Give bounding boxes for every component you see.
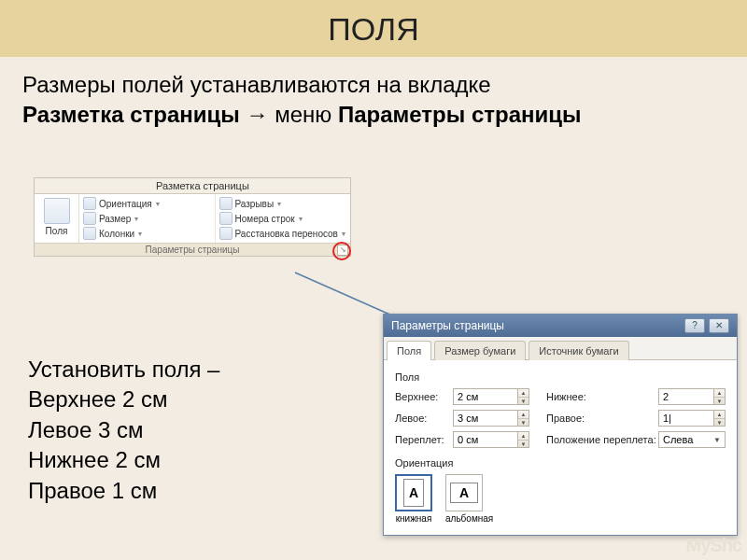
landscape-thumb: A [445, 474, 483, 511]
instr-line: Верхнее 2 см [28, 385, 219, 414]
orientation-icon [83, 197, 96, 210]
orientation-group-label: Ориентация [395, 457, 726, 469]
size-label: Размер [99, 214, 131, 224]
instr-line: Левое 3 см [28, 415, 219, 445]
chevron-down-icon: ▼ [713, 436, 721, 444]
left-label: Левое: [395, 413, 453, 424]
left-spinner[interactable]: ▲▼ [518, 410, 529, 427]
landscape-label: альбомная [445, 513, 493, 524]
left-field[interactable]: 3 см [453, 410, 518, 427]
page-setup-dialog: Параметры страницы ? ✕ Поля Размер бумаг… [383, 314, 738, 536]
columns-button[interactable]: Колонки▾ [83, 226, 211, 241]
margins-button[interactable]: Поля [35, 194, 79, 243]
portrait-label: книжная [395, 513, 432, 524]
breaks-icon [219, 197, 233, 210]
instr-line: Правое 1 см [28, 476, 219, 506]
bottom-label: Нижнее: [529, 391, 658, 402]
intro-line1: Размеры полей устанавливаются на вкладке [22, 72, 491, 97]
intro-tab-name: Разметка страницы [22, 102, 240, 127]
margins-icon [44, 198, 70, 224]
gutter-field[interactable]: 0 см [453, 431, 518, 448]
chevron-down-icon: ▾ [342, 230, 345, 238]
hyphenation-icon [219, 227, 233, 240]
instructions-text: Установить поля – Верхнее 2 см Левое 3 с… [28, 355, 219, 506]
highlight-circle [332, 242, 351, 260]
right-label: Правое: [529, 413, 658, 424]
dialog-titlebar: Параметры страницы ? ✕ [384, 315, 737, 337]
intro-menu-word: меню [275, 102, 338, 127]
size-icon [83, 212, 96, 225]
orientation-portrait[interactable]: A книжная [395, 474, 432, 524]
orientation-label: Ориентация [99, 199, 152, 209]
hyphenation-button[interactable]: Расстановка переносов▾ [219, 226, 347, 241]
intro-menu-name: Параметры страницы [338, 102, 582, 127]
top-spinner[interactable]: ▲▼ [518, 388, 529, 405]
size-button[interactable]: Размер▾ [83, 211, 211, 226]
tab-paper-size[interactable]: Размер бумаги [434, 341, 526, 360]
portrait-thumb: A [395, 474, 432, 511]
right-field[interactable]: 1| [658, 410, 714, 427]
ribbon-tab[interactable]: Разметка страницы [35, 178, 350, 194]
columns-label: Колонки [99, 229, 134, 239]
top-label: Верхнее: [395, 391, 453, 402]
right-spinner[interactable]: ▲▼ [714, 410, 726, 427]
gutter-pos-label: Положение переплета: [529, 434, 658, 445]
gutter-label: Переплет: [395, 434, 453, 445]
top-field[interactable]: 2 см [453, 388, 518, 405]
line-numbers-icon [219, 212, 233, 225]
help-button[interactable]: ? [684, 318, 705, 333]
ribbon-group-label: Параметры страницы ↘ [35, 243, 350, 256]
close-button[interactable]: ✕ [709, 318, 729, 333]
ribbon-group-text: Параметры страницы [146, 245, 240, 255]
bottom-spinner[interactable]: ▲▼ [714, 388, 726, 405]
gutter-spinner[interactable]: ▲▼ [518, 431, 529, 448]
landscape-page-icon: A [450, 483, 478, 503]
watermark: MyShc [686, 535, 741, 556]
intro-text: Размеры полей устанавливаются на вкладке… [0, 57, 747, 142]
chevron-down-icon: ▾ [299, 215, 303, 223]
line-numbers-label: Номера строк [235, 214, 295, 224]
orientation-landscape[interactable]: A альбомная [445, 474, 493, 524]
instr-line: Нижнее 2 см [28, 445, 219, 475]
line-numbers-button[interactable]: Номера строк▾ [219, 211, 347, 226]
dialog-launcher-button[interactable]: ↘ [337, 245, 348, 256]
ribbon-screenshot: Разметка страницы Поля Ориентация▾ Разме… [34, 177, 351, 257]
dialog-tabs: Поля Размер бумаги Источник бумаги [384, 337, 737, 360]
intro-arrow: → [240, 102, 275, 127]
bottom-field[interactable]: 2 [658, 388, 714, 405]
tab-paper-source[interactable]: Источник бумаги [529, 341, 628, 360]
slide-title: ПОЛЯ [0, 0, 747, 57]
tab-margins[interactable]: Поля [387, 341, 431, 360]
chevron-down-icon: ▾ [156, 200, 160, 208]
gutter-pos-select[interactable]: Слева▼ [658, 431, 726, 448]
chevron-down-icon: ▾ [138, 230, 142, 238]
breaks-button[interactable]: Разрывы▾ [219, 196, 347, 211]
gutter-pos-value: Слева [663, 434, 693, 445]
margins-label: Поля [35, 226, 78, 236]
hyphenation-label: Расстановка переносов [235, 229, 338, 239]
columns-icon [83, 227, 96, 240]
dialog-title-text: Параметры страницы [391, 319, 504, 332]
orientation-button[interactable]: Ориентация▾ [83, 196, 211, 211]
fields-group-label: Поля [395, 371, 726, 383]
instr-line: Установить поля – [28, 355, 219, 385]
portrait-page-icon: A [403, 479, 424, 507]
chevron-down-icon: ▾ [277, 200, 281, 208]
breaks-label: Разрывы [235, 199, 275, 209]
chevron-down-icon: ▾ [134, 215, 138, 223]
